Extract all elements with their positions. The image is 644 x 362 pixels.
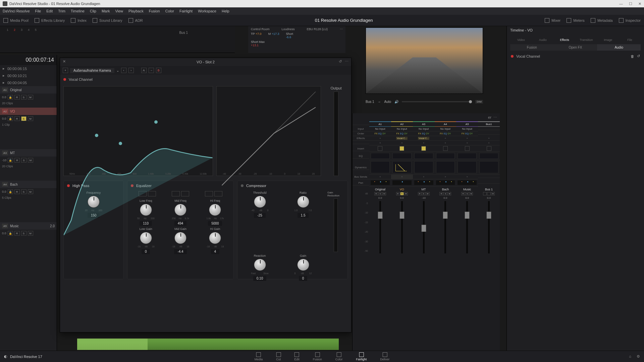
speaker-icon[interactable]: 🔊: [394, 100, 398, 104]
dynamics-thumbnail[interactable]: [371, 161, 390, 173]
timecode-display[interactable]: 00:00:07:14: [0, 55, 57, 65]
media-pool-toggle[interactable]: Media Pool: [3, 18, 29, 23]
compressor-graph[interactable]: -40-30-20-1001020: [216, 86, 321, 176]
track-a3-header[interactable]: A3MT: [0, 149, 57, 157]
chevron-down-icon[interactable]: ⌄: [116, 69, 119, 72]
subtab-openfx[interactable]: Open FX: [554, 44, 597, 51]
page-media[interactable]: Media: [255, 352, 263, 361]
channel-bus1[interactable]: Bus1: [478, 121, 500, 127]
close-icon[interactable]: ✕: [63, 59, 66, 64]
mute-button[interactable]: M: [28, 95, 33, 100]
menu-item[interactable]: Color: [165, 9, 174, 13]
menu-item[interactable]: File: [35, 9, 41, 13]
menu-item[interactable]: Fairlight: [179, 9, 193, 13]
menu-item[interactable]: DaVinci Resolve: [3, 9, 30, 13]
compare-swap-button[interactable]: →: [149, 68, 154, 73]
next-preset-button[interactable]: ›: [128, 68, 134, 73]
channel-a1[interactable]: A1: [369, 121, 391, 127]
play-out-icon[interactable]: ▸: [3, 73, 5, 78]
page-fairlight[interactable]: Fairlight: [356, 352, 367, 361]
menu-item[interactable]: Edit: [46, 9, 53, 13]
comp-reaction-knob[interactable]: [254, 259, 266, 271]
eq-thumbnail[interactable]: [371, 153, 390, 159]
index-toggle[interactable]: Index: [71, 18, 87, 23]
loudness-standard[interactable]: EBU R128 (LU): [307, 27, 328, 31]
add-preset-button[interactable]: +: [63, 68, 68, 73]
lock-button[interactable]: 🔒: [8, 95, 13, 100]
compare-b-button[interactable]: B: [156, 68, 161, 73]
inspector-toggle[interactable]: Inspector: [619, 18, 641, 23]
trash-icon[interactable]: 🗑: [631, 54, 634, 58]
sound-library-toggle[interactable]: Sound Library: [93, 18, 122, 23]
tab-image[interactable]: Image: [597, 36, 619, 43]
add-effect-button[interactable]: +: [369, 136, 391, 141]
tab-effects[interactable]: Effects: [554, 36, 576, 43]
menu-item[interactable]: Workspace: [198, 9, 216, 13]
channel-a3[interactable]: A3: [413, 121, 435, 127]
settings-icon[interactable]: ⚙: [637, 354, 640, 359]
eq-mid-gain-knob[interactable]: [174, 232, 186, 244]
music-clip[interactable]: [77, 339, 339, 350]
dim-button[interactable]: DIM: [475, 100, 483, 104]
minimize-button[interactable]: —: [619, 2, 623, 6]
home-icon[interactable]: ⌂: [629, 354, 631, 359]
comp-gain-knob[interactable]: [297, 259, 309, 271]
video-preview[interactable]: [366, 27, 483, 94]
hp-frequency-knob[interactable]: [88, 196, 100, 208]
channel-a2[interactable]: A2: [391, 121, 413, 127]
adr-toggle[interactable]: ADR: [128, 18, 143, 23]
eq-hi-gain-knob[interactable]: [209, 232, 221, 244]
reset-icon[interactable]: ↺: [637, 54, 640, 58]
channel-a4[interactable]: A4: [435, 121, 457, 127]
bypass-toggle[interactable]: [63, 78, 66, 81]
input-select[interactable]: No Input: [369, 127, 391, 131]
eq-hi-freq-knob[interactable]: [209, 204, 221, 216]
prev-preset-button[interactable]: ‹: [121, 68, 126, 73]
mixer-toggle[interactable]: Mixer: [545, 18, 560, 23]
eq-low-freq-knob[interactable]: [140, 204, 152, 216]
page-fusion[interactable]: Fusion: [313, 352, 322, 361]
eq-mid-freq-knob[interactable]: [174, 204, 186, 216]
more-icon[interactable]: ↺ ⋯: [339, 59, 348, 64]
monitor-auto[interactable]: Auto: [384, 100, 391, 104]
track-a2-header[interactable]: A2VO: [0, 108, 57, 115]
solo-button-on[interactable]: S: [21, 116, 26, 121]
volume-slider[interactable]: [402, 101, 472, 102]
arm-button[interactable]: R: [14, 95, 20, 100]
track-a1-header[interactable]: A1Original: [0, 86, 57, 94]
metadata-toggle[interactable]: Metadata: [591, 18, 613, 23]
menu-item[interactable]: Fusion: [149, 9, 160, 13]
fader[interactable]: [379, 201, 381, 253]
close-button[interactable]: ✕: [638, 2, 641, 6]
tab-transition[interactable]: Transition: [575, 36, 597, 43]
menu-item[interactable]: Clip: [90, 9, 96, 13]
track-a5-header[interactable]: A5Music2.0: [0, 222, 57, 230]
page-color[interactable]: Color: [335, 352, 343, 361]
subtab-fusion[interactable]: Fusion: [510, 44, 554, 51]
tab-file[interactable]: File: [619, 36, 641, 43]
meters-toggle[interactable]: Meters: [567, 18, 585, 23]
insert-toggle[interactable]: [378, 146, 382, 151]
more-icon[interactable]: ⋯: [493, 115, 497, 120]
solo-button[interactable]: S: [21, 95, 26, 100]
page-cut[interactable]: Cut: [276, 352, 281, 361]
channel-a5[interactable]: A5: [456, 121, 478, 127]
more-icon[interactable]: ⋯: [340, 27, 343, 31]
effect-slot[interactable]: Vocal C...: [396, 137, 408, 140]
eq-low-gain-knob[interactable]: [140, 232, 152, 244]
tab-audio[interactable]: Audio: [532, 36, 554, 43]
comp-threshold-knob[interactable]: [254, 196, 266, 208]
monitor-bus[interactable]: Bus 1: [366, 100, 374, 104]
menu-item[interactable]: Trim: [58, 9, 65, 13]
plugin-entry[interactable]: Vocal Channel 🗑 ↺: [507, 51, 644, 62]
menu-item[interactable]: Mark: [102, 9, 110, 13]
play-in-icon[interactable]: ▸: [3, 66, 5, 71]
track-a4-header[interactable]: A4Bach: [0, 181, 57, 188]
eq-graph[interactable]: 50Hz1002004008001.60k3.20k6.40k12.80k: [63, 86, 213, 176]
menu-item[interactable]: Help: [222, 9, 229, 13]
tab-video[interactable]: Video: [510, 36, 532, 43]
menu-item[interactable]: Playback: [128, 9, 144, 13]
compare-a-button[interactable]: A: [141, 68, 147, 73]
maximize-button[interactable]: ☐: [629, 2, 632, 6]
effects-library-toggle[interactable]: Effects Library: [35, 18, 65, 23]
